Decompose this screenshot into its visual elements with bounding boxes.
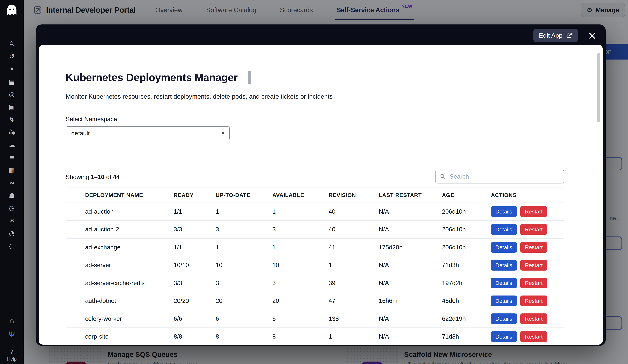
namespace-select[interactable]: default ▾ — [66, 126, 230, 140]
showing-count: Showing 1–10 of 44 — [66, 173, 120, 183]
details-button[interactable]: Details — [491, 278, 517, 289]
chevron-down-icon: ▾ — [222, 131, 224, 136]
details-button[interactable]: Details — [491, 295, 517, 306]
restart-button[interactable]: Restart — [520, 331, 547, 342]
cell-last-restart: 175d20h — [379, 244, 442, 251]
column-header-last-restart: LAST RESTART — [379, 192, 442, 198]
cell-actions: DetailsRestart — [491, 206, 564, 217]
restart-button[interactable]: Restart — [520, 224, 547, 235]
table-row: ad-server10/1010101N/A71d3hDetailsRestar… — [66, 256, 564, 274]
goals-icon[interactable]: ◎ — [7, 90, 17, 98]
pipelines-icon[interactable]: ≡ — [7, 154, 17, 161]
search-icon: ⚲ — [439, 172, 447, 180]
text-cursor — [248, 71, 251, 84]
cell-actions: DetailsRestart — [491, 260, 564, 271]
cell-name: celery-worker — [66, 315, 174, 322]
help-button[interactable]: ? Help — [7, 349, 17, 362]
restart-button[interactable]: Restart — [520, 313, 547, 324]
cell-age: 206d10h — [442, 244, 491, 251]
port-logo-icon[interactable] — [5, 3, 19, 17]
catalog-icon[interactable]: ▣ — [7, 103, 17, 111]
cell-revision: 40 — [329, 208, 379, 215]
restart-button[interactable]: Restart — [520, 278, 547, 289]
restart-button[interactable]: Restart — [520, 242, 547, 253]
history-icon[interactable]: ↺ — [7, 53, 17, 60]
cell-revision: 40 — [329, 226, 379, 233]
column-header-ready: READY — [174, 192, 216, 198]
cell-revision: 138 — [329, 315, 379, 322]
cell-last-restart: N/A — [379, 208, 442, 215]
cell-up-to-date: 20 — [216, 297, 272, 304]
cell-ready: 3/3 — [174, 226, 216, 233]
cell-up-to-date: 10 — [216, 262, 272, 269]
restart-button[interactable]: Restart — [520, 295, 547, 306]
cell-last-restart: N/A — [379, 315, 442, 322]
cell-name: auth-dotnet — [66, 297, 174, 304]
cell-actions: DetailsRestart — [491, 224, 564, 235]
scrollbar[interactable] — [597, 53, 600, 122]
cell-ready: 6/6 — [174, 315, 216, 322]
kubernetes-manager-modal: Edit App × Kubernetes Deployments Manage… — [36, 24, 606, 346]
help-icon: ? — [10, 349, 13, 355]
cell-age: 71d3h — [442, 262, 491, 269]
details-button[interactable]: Details — [491, 313, 517, 324]
close-icon[interactable]: × — [587, 30, 597, 41]
namespace-value: default — [71, 130, 90, 137]
restart-button[interactable]: Restart — [520, 206, 547, 217]
namespace-label: Select Namespace — [66, 116, 603, 123]
analytics-icon[interactable]: ▤ — [7, 78, 17, 85]
gauge-icon[interactable]: ◔ — [7, 230, 17, 237]
cell-up-to-date: 1 — [216, 244, 272, 251]
edit-app-button[interactable]: Edit App — [533, 29, 578, 42]
search-box: ⚲ — [435, 170, 564, 183]
cell-actions: DetailsRestart — [491, 331, 564, 342]
details-button[interactable]: Details — [491, 206, 517, 217]
table-row: ad-exchange1/11141175d20h206d10hDetailsR… — [66, 239, 564, 257]
cell-up-to-date: 6 — [216, 315, 272, 322]
cell-name: ad-server — [66, 262, 174, 269]
bug-icon[interactable]: ✶ — [7, 217, 17, 224]
restart-button[interactable]: Restart — [520, 260, 547, 271]
cell-age: 71d3h — [442, 333, 491, 340]
cell-available: 20 — [272, 297, 329, 304]
apps-icon[interactable]: ▦ — [7, 166, 17, 174]
cell-last-restart: 16h6m — [379, 297, 442, 304]
cell-last-restart: N/A — [379, 280, 442, 287]
cell-available: 3 — [272, 226, 329, 233]
integrations-icon[interactable]: ∾ — [7, 179, 17, 186]
table-row: ad-auction1/11140N/A206d10hDetailsRestar… — [66, 203, 564, 221]
cell-name: ad-server-cache-redis — [66, 280, 174, 287]
table-toolbar: Showing 1–10 of 44 ⚲ — [66, 170, 564, 183]
sidebar-bottom: ⌂Ψ ? Help — [7, 317, 17, 364]
cell-available: 6 — [272, 315, 329, 322]
column-header-available: AVAILABLE — [272, 192, 329, 198]
security-icon[interactable]: ☗ — [7, 192, 17, 199]
cell-up-to-date: 1 — [216, 208, 272, 215]
cell-actions: DetailsRestart — [491, 242, 564, 253]
cell-ready: 3/3 — [174, 280, 216, 287]
details-button[interactable]: Details — [491, 224, 517, 235]
cloud-icon[interactable]: ☁ — [7, 141, 17, 148]
users-icon[interactable]: ⁂ — [7, 129, 17, 136]
cell-actions: DetailsRestart — [491, 295, 564, 306]
ai-assistant-icon[interactable]: ✦ — [7, 65, 17, 73]
details-button[interactable]: Details — [491, 260, 517, 271]
actions-icon[interactable]: ↯ — [7, 116, 17, 123]
cell-available: 10 — [272, 262, 329, 269]
deployments-table: DEPLOYMENT NAMEREADYUP-TO-DATEAVAILABLER… — [66, 188, 564, 345]
details-button[interactable]: Details — [491, 331, 517, 342]
cell-revision: 47 — [329, 297, 379, 304]
cell-name: ad-exchange — [66, 244, 174, 251]
cell-age: 206d10h — [442, 208, 491, 215]
details-button[interactable]: Details — [491, 242, 517, 253]
search-input[interactable] — [449, 173, 564, 180]
cell-revision: 1 — [329, 333, 379, 340]
sidebar-icon-rail: ⚲↺✦▤◎▣↯⁂☁≡▦∾☗◷✶◔◌ — [7, 40, 17, 249]
page-title: Kubernetes Deployments Manager — [66, 70, 238, 85]
external-link-icon — [566, 32, 572, 39]
search-icon[interactable]: ⚲ — [6, 38, 18, 50]
loading-icon[interactable]: ◌ — [7, 242, 17, 249]
audit-icon[interactable]: ◷ — [7, 204, 17, 212]
menorah-icon[interactable]: Ψ — [7, 331, 17, 338]
building-icon[interactable]: ⌂ — [7, 317, 17, 325]
